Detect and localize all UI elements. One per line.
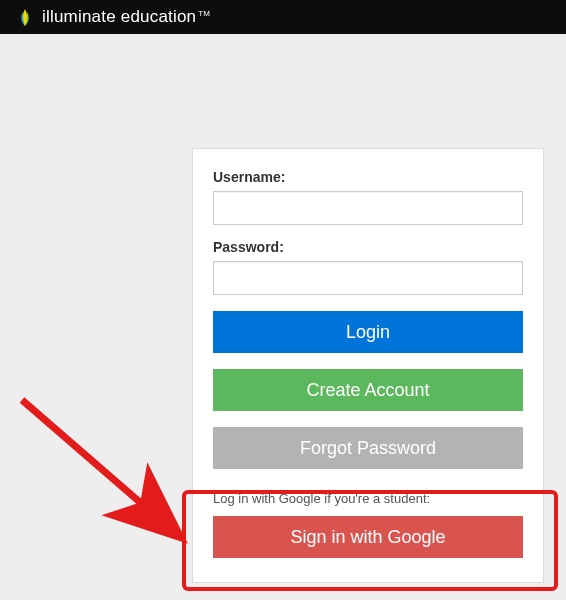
create-account-button[interactable]: Create Account bbox=[213, 369, 523, 411]
header-bar: illuminate education TM bbox=[0, 0, 566, 34]
google-signin-button[interactable]: Sign in with Google bbox=[213, 516, 523, 558]
google-hint: Log in with Google if you're a student: bbox=[213, 491, 523, 506]
password-input[interactable] bbox=[213, 261, 523, 295]
brand-text: illuminate education TM bbox=[42, 7, 210, 27]
flame-icon bbox=[14, 6, 36, 28]
password-label: Password: bbox=[213, 239, 523, 255]
trademark-symbol: TM bbox=[198, 9, 210, 18]
brand-name: illuminate education bbox=[42, 7, 196, 27]
username-input[interactable] bbox=[213, 191, 523, 225]
login-button[interactable]: Login bbox=[213, 311, 523, 353]
annotation-arrow-icon bbox=[12, 390, 212, 570]
brand-logo: illuminate education TM bbox=[14, 6, 210, 28]
password-group: Password: bbox=[213, 239, 523, 295]
svg-line-0 bbox=[22, 400, 172, 530]
login-card: Username: Password: Login Create Account… bbox=[192, 148, 544, 583]
username-group: Username: bbox=[213, 169, 523, 225]
username-label: Username: bbox=[213, 169, 523, 185]
forgot-password-button[interactable]: Forgot Password bbox=[213, 427, 523, 469]
google-section: Log in with Google if you're a student: … bbox=[213, 491, 523, 558]
